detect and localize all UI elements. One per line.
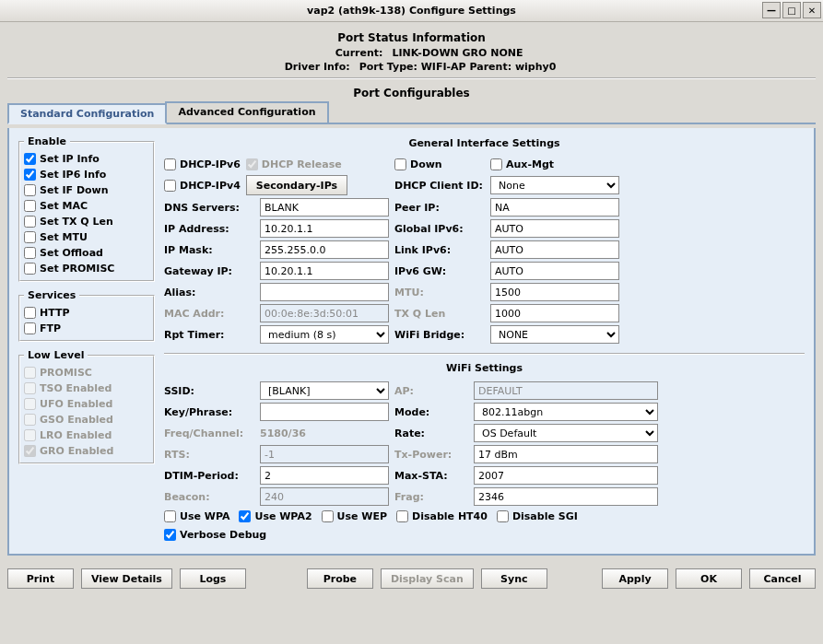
dhcp-client-id-select[interactable]: None (490, 176, 619, 194)
gateway-ip-label: Gateway IP: (164, 265, 254, 277)
rate-label: Rate: (394, 427, 468, 439)
ip-mask-input[interactable] (260, 240, 389, 259)
beacon-input (260, 487, 389, 506)
set-mac-check[interactable] (24, 200, 36, 212)
peer-ip-label: Peer IP: (394, 202, 485, 214)
use-wep-check[interactable] (322, 510, 334, 522)
http-check[interactable] (24, 307, 36, 319)
max-sta-input[interactable] (474, 466, 658, 485)
apply-button[interactable]: Apply (602, 568, 668, 589)
probe-button[interactable]: Probe (307, 568, 373, 589)
use-wpa-check[interactable] (164, 510, 176, 522)
tso-check (24, 382, 36, 394)
aux-mgt-check[interactable] (490, 158, 502, 170)
maximize-icon[interactable]: □ (782, 2, 801, 18)
freq-channel-label: Freq/Channel: (164, 427, 254, 439)
window-title: vap2 (ath9k-138) Configure Settings (307, 5, 516, 17)
peer-ip-input[interactable] (490, 198, 619, 217)
low-level-group: Low Level PROMISC TSO Enabled UFO Enable… (18, 349, 155, 464)
set-ip6-info-check[interactable] (24, 169, 36, 181)
down-check[interactable] (394, 158, 406, 170)
key-phrase-input[interactable] (260, 403, 389, 421)
mode-label: Mode: (394, 406, 468, 418)
mac-addr-label: MAC Addr: (164, 308, 254, 320)
enable-legend: Enable (24, 135, 70, 147)
verbose-debug-check[interactable] (164, 529, 176, 541)
set-offload-check[interactable] (24, 247, 36, 259)
mtu-label: MTU: (394, 287, 485, 299)
use-wpa2-check[interactable] (239, 510, 251, 522)
global-ipv6-input[interactable] (490, 219, 619, 238)
gateway-ip-input[interactable] (260, 262, 389, 280)
tab-standard-configuration[interactable]: Standard Configuration (7, 103, 167, 124)
dhcp-client-id-label: DHCP Client ID: (394, 180, 485, 192)
set-if-down-check[interactable] (24, 184, 36, 196)
ftp-check[interactable] (24, 322, 36, 334)
print-button[interactable]: Print (7, 568, 74, 589)
ok-button[interactable]: OK (676, 568, 742, 589)
tab-advanced-configuration[interactable]: Advanced Configuration (165, 101, 328, 123)
wifi-bridge-label: WiFi Bridge: (394, 329, 485, 341)
rpt-timer-select[interactable]: medium (8 s) (260, 325, 389, 344)
max-sta-label: Max-STA: (394, 470, 468, 482)
sync-button[interactable]: Sync (481, 568, 547, 589)
dtim-period-label: DTIM-Period: (164, 470, 254, 482)
ip-address-input[interactable] (260, 219, 389, 238)
secondary-ips-button[interactable]: Secondary-IPs (246, 175, 347, 195)
tx-power-input[interactable] (474, 445, 658, 463)
gso-check (24, 414, 36, 426)
services-legend: Services (24, 289, 79, 301)
frag-label: Frag: (394, 491, 468, 503)
mac-addr-input (260, 304, 389, 322)
dhcp-ipv6-check[interactable] (164, 158, 176, 170)
set-txqlen-check[interactable] (24, 216, 36, 228)
dns-label: DNS Servers: (164, 202, 254, 214)
mtu-input[interactable] (490, 283, 619, 301)
ap-input (474, 381, 658, 400)
driver-info-label: Driver Info: (267, 61, 350, 73)
frag-input[interactable] (474, 487, 658, 506)
disable-sgi-check[interactable] (497, 510, 509, 522)
close-icon[interactable]: ✕ (803, 2, 821, 18)
gro-check (24, 445, 36, 457)
rts-label: RTS: (164, 449, 254, 461)
logs-button[interactable]: Logs (180, 568, 246, 589)
ipv6-gw-input[interactable] (490, 262, 619, 280)
ssid-label: SSID: (164, 385, 254, 397)
alias-input[interactable] (260, 283, 389, 301)
set-promisc-check[interactable] (24, 263, 36, 275)
wifi-settings-title: WiFi Settings (164, 360, 805, 378)
services-group: Services HTTP FTP (18, 289, 155, 342)
wifi-bridge-select[interactable]: NONE (490, 325, 619, 344)
ipv6-gw-label: IPv6 GW: (394, 265, 485, 277)
display-scan-button: Display Scan (381, 568, 474, 589)
dtim-period-input[interactable] (260, 466, 389, 485)
rate-select[interactable]: OS Default (474, 424, 658, 442)
disable-ht40-check[interactable] (396, 510, 408, 522)
link-ipv6-input[interactable] (490, 240, 619, 259)
set-mtu-check[interactable] (24, 231, 36, 243)
promisc-check (24, 367, 36, 379)
ssid-select[interactable]: [BLANK] (260, 381, 389, 400)
set-ip-info-check[interactable] (24, 153, 36, 165)
beacon-label: Beacon: (164, 491, 254, 503)
lro-check (24, 429, 36, 441)
global-ipv6-label: Global IPv6: (394, 223, 485, 235)
enable-group: Enable Set IP Info Set IP6 Info Set IF D… (18, 135, 155, 282)
ip-address-label: IP Address: (164, 223, 254, 235)
dns-input[interactable] (260, 198, 389, 217)
current-label: Current: (300, 47, 382, 59)
general-interface-title: General Interface Settings (164, 135, 805, 153)
driver-info-value: Port Type: WIFI-AP Parent: wiphy0 (359, 61, 557, 73)
minimize-icon[interactable]: — (762, 2, 781, 18)
current-value: LINK-DOWN GRO NONE (392, 47, 523, 59)
cancel-button[interactable]: Cancel (749, 568, 816, 589)
txqlen-input[interactable] (490, 304, 619, 322)
freq-channel-value: 5180/36 (260, 427, 389, 439)
dhcp-ipv4-check[interactable] (164, 180, 176, 192)
alias-label: Alias: (164, 287, 254, 299)
view-details-button[interactable]: View Details (81, 568, 172, 589)
tx-power-label: Tx-Power: (394, 449, 468, 461)
mode-select[interactable]: 802.11abgn (474, 403, 658, 421)
dhcp-release-check (246, 158, 258, 170)
